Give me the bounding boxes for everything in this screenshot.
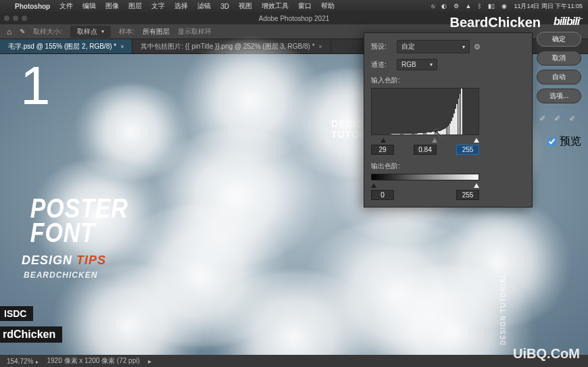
battery-icon: ▮▯ [488,3,495,9]
menu-plugins[interactable]: 增效工具 [262,1,289,11]
eyedropper-gray-icon[interactable]: ✐ [554,114,564,124]
menu-help[interactable]: 帮助 [321,1,335,11]
menu-edit[interactable]: 编辑 [82,1,96,11]
show-ring-label[interactable]: 显示取样环 [178,27,212,36]
menu-window[interactable]: 窗口 [298,1,312,11]
sample-label: 样本: [119,27,134,36]
poster-line: POSTER [30,196,128,220]
channel-label: 通道: [371,60,393,70]
watermark-uibq: UiBQ.CoM [513,346,580,362]
menu-3d[interactable]: 3D [220,3,229,10]
menu-file[interactable]: 文件 [59,1,73,11]
eyedropper-white-icon[interactable]: ✐ [569,114,579,124]
shadow-input[interactable] [371,145,394,155]
out-white-slider[interactable] [474,183,479,188]
eyedropper-icon[interactable]: ✎ [20,28,25,35]
output-gradient [371,174,479,180]
eyedropper-black-icon[interactable]: ✐ [539,114,549,124]
bluetooth-icon: ᛒ [478,3,481,9]
preset-select[interactable]: 自定 [397,40,470,53]
cursor-icon: ↖ [433,126,442,139]
shadow-slider[interactable] [381,138,386,143]
status-bar: 154.72% 1920 像素 x 1200 像素 (72 ppi) ▸ [0,355,588,367]
status-caret[interactable]: ▸ [148,358,151,365]
traffic-min-icon[interactable] [13,16,18,21]
highlight-input[interactable] [456,145,479,155]
output-levels-label: 输出色阶: [371,162,481,171]
menu-image[interactable]: 图像 [105,1,119,11]
bchick-badge: rdChicken [0,326,62,343]
sample-size-select[interactable]: 取样点 [70,26,111,38]
traffic-close-icon[interactable] [4,16,9,21]
big-number: 1 [20,64,51,107]
menu-layer[interactable]: 图层 [128,1,142,11]
traffic-max-icon[interactable] [22,16,27,21]
menu-filter[interactable]: 滤镜 [197,1,211,11]
status-icon: ⎋ [431,3,435,9]
cancel-button[interactable]: 取消 [537,51,581,66]
close-icon[interactable]: × [120,43,124,50]
zoom-level[interactable]: 154.72% [7,358,39,365]
output-sliders[interactable] [371,183,479,189]
status-icon: ◐ [441,3,447,9]
preset-label: 预设: [371,42,393,51]
menu-select[interactable]: 选择 [174,1,188,11]
tab-label: 其中包括图片: {{ pinTitle }}.png @ 252% (图层 3,… [141,42,314,51]
design-tips: DESIGN TIPS [22,253,106,268]
input-levels-label: 输入色阶: [371,76,481,85]
mac-menubar: Photoshop 文件 编辑 图像 图层 文字 选择 滤镜 3D 视图 增效工… [0,0,588,12]
input-sliders[interactable] [371,138,479,143]
wifi-icon: ◉ [501,3,507,9]
tab-doc-1[interactable]: 毛字.psd @ 155% (图层 2, RGB/8) *× [0,39,132,53]
out-black-slider[interactable] [371,183,376,188]
channel-select[interactable]: RGB [397,59,437,70]
app-name[interactable]: Photoshop [15,3,50,10]
sample-value[interactable]: 所有图层 [143,27,170,36]
out-black-input[interactable] [371,190,394,200]
poster-line: FONT [30,220,128,245]
watermark-bilibili: bilibili⌐ [554,15,583,28]
levels-buttons: 确定 取消 自动 选项... ✐ ✐ ✐ 预览 [537,32,581,149]
preview-check[interactable] [547,137,556,146]
doc-dimensions: 1920 像素 x 1200 像素 (72 ppi) [47,356,139,366]
status-icon: ⚙ [454,3,459,9]
close-icon[interactable]: × [319,43,322,50]
histogram [371,88,479,135]
ok-button[interactable]: 确定 [537,32,581,47]
out-white-input[interactable] [456,190,479,200]
right-bottom-text: DESIGN TUTORIAL [499,273,507,345]
status-icon: ▲ [466,3,472,9]
tab-label: 毛字.psd @ 155% (图层 2, RGB/8) * [8,42,116,51]
window-title: Adobe Photoshop 2021 [259,15,330,22]
highlight-slider[interactable] [474,138,479,143]
menu-type[interactable]: 文字 [151,1,165,11]
sample-size-label: 取样大小: [33,27,62,36]
auto-button[interactable]: 自动 [537,70,581,84]
poster-text: POSTER FONT [30,196,128,245]
date-time[interactable]: 11月14日 周日 下午11:05 [514,2,583,11]
gear-icon[interactable]: ⚙ [474,43,481,51]
watermark-beardchicken: BeardChicken [450,15,541,30]
preview-checkbox[interactable]: 预览 [537,134,581,149]
levels-dialog: 预设: 自定 ⚙ 通道: RGB 输入色阶: 输出色阶: [364,32,533,207]
preview-label: 预览 [560,134,581,149]
author-text: BEARDCHICKEN [24,270,97,280]
options-button[interactable]: 选项... [537,89,581,103]
home-icon[interactable]: ⌂ [7,27,11,36]
tab-doc-2[interactable]: 其中包括图片: {{ pinTitle }}.png @ 252% (图层 3,… [132,39,330,53]
isdc-badge: ISDC [0,306,33,321]
midtone-input[interactable] [414,145,437,155]
menu-view[interactable]: 视图 [239,1,252,11]
